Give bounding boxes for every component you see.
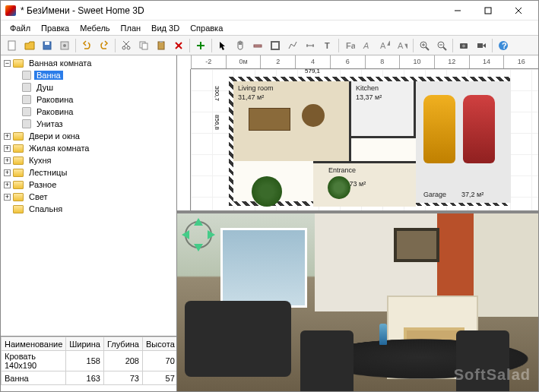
save-icon[interactable]	[39, 37, 55, 54]
tree-node: +Разное	[1, 179, 176, 191]
menu-view3d[interactable]: Вид 3D	[147, 22, 184, 34]
folder-icon	[13, 144, 24, 153]
bottle-3d[interactable]	[379, 324, 387, 345]
help-icon[interactable]: ?	[495, 37, 512, 54]
delete-icon[interactable]	[170, 37, 187, 54]
col-height[interactable]: Высота	[142, 337, 176, 351]
car-yellow-icon[interactable]	[423, 95, 455, 163]
tree-label[interactable]: Душ	[34, 83, 55, 92]
select-tool-icon[interactable]	[214, 37, 231, 54]
text-tool-icon[interactable]: T	[319, 37, 336, 54]
window-title: * БезИмени - Sweet Home 3D	[21, 5, 442, 16]
expand-icon[interactable]: +	[4, 194, 11, 201]
col-name[interactable]: Наименование	[2, 337, 66, 351]
tree-label[interactable]: Двери и окна	[27, 131, 82, 141]
plan-view[interactable]: -2 0м 2 4 6 8 10 12 14 16 579,1 Living r…	[177, 55, 538, 213]
plan-canvas[interactable]: 579,1 Living room 31,47 м² Kitchen 13,37…	[191, 69, 538, 210]
table-row: Ванна 163 73 57	[2, 371, 177, 385]
menu-plan[interactable]: План	[116, 22, 146, 34]
col-depth[interactable]: Глубина	[103, 337, 142, 351]
navigation-compass[interactable]	[182, 218, 215, 251]
room-name: Living room	[238, 84, 274, 92]
text-italic-icon[interactable]: A	[359, 37, 376, 54]
expand-icon[interactable]: +	[4, 182, 11, 188]
cut-icon[interactable]	[118, 37, 135, 54]
table-icon[interactable]	[302, 104, 325, 127]
tree-label[interactable]: Лестницы	[27, 168, 69, 177]
tree-node: Спальня	[1, 203, 176, 215]
collapse-icon[interactable]: −	[4, 60, 11, 67]
tree-label[interactable]: Свет	[27, 192, 49, 201]
cell-name[interactable]: Ванна	[2, 371, 66, 385]
tree-node: +Двери и окна	[1, 130, 176, 142]
wall-tool-icon[interactable]	[249, 37, 266, 54]
text-size-up-icon[interactable]: A▲	[376, 37, 393, 54]
tree-label[interactable]: Унитаз	[34, 119, 65, 128]
folder-icon	[13, 193, 24, 201]
zoom-in-icon[interactable]	[416, 37, 433, 54]
undo-icon[interactable]	[78, 37, 95, 54]
tree-label[interactable]: Кухня	[27, 156, 53, 165]
photo-icon[interactable]	[455, 37, 472, 54]
col-width[interactable]: Ширина	[66, 337, 104, 351]
room-living[interactable]: Living room 31,47 м²	[233, 81, 351, 161]
tree-label-selected[interactable]: Ванна	[34, 71, 63, 80]
room-garage[interactable]: Garage 37,2 м²	[416, 81, 511, 203]
armchair-3d[interactable]	[185, 301, 291, 377]
tree-plant-icon[interactable]	[252, 176, 282, 207]
cell-width[interactable]: 158	[66, 351, 104, 371]
tree-node: Раковина	[1, 106, 176, 118]
cell-depth[interactable]: 73	[103, 371, 142, 385]
polyline-tool-icon[interactable]	[284, 37, 301, 54]
minimize-button[interactable]	[442, 2, 473, 19]
close-button[interactable]	[503, 2, 534, 19]
chair-3d[interactable]	[300, 330, 354, 391]
preferences-icon[interactable]	[56, 37, 73, 54]
menu-file[interactable]: Файл	[5, 22, 35, 34]
cell-depth[interactable]: 208	[103, 351, 142, 371]
menu-furniture[interactable]: Мебель	[75, 22, 114, 34]
tree-label[interactable]: Раковина	[34, 95, 75, 104]
furniture-list[interactable]: Наименование Ширина Глубина Высота Видим…	[1, 337, 176, 391]
expand-icon[interactable]: +	[4, 157, 11, 164]
folder-icon	[13, 181, 24, 189]
tree-label[interactable]: Спальня	[27, 204, 65, 213]
expand-icon[interactable]: +	[4, 169, 11, 176]
menu-help[interactable]: Справка	[185, 22, 227, 34]
tree-label[interactable]: Разное	[27, 180, 59, 189]
tree-label[interactable]: Ванная комната	[27, 58, 94, 68]
tree-plant-icon[interactable]	[328, 176, 350, 199]
dimension-tool-icon[interactable]	[302, 37, 319, 54]
menu-edit[interactable]: Правка	[36, 22, 74, 34]
3d-view[interactable]: SoftSalad	[177, 213, 538, 391]
catalog-tree[interactable]: − Ванная комната Ванна Душ Раковина Рако…	[1, 55, 176, 337]
text-size-down-icon[interactable]: A▼	[394, 37, 411, 54]
tree-node: Унитаз	[1, 118, 176, 130]
video-icon[interactable]	[473, 37, 490, 54]
zoom-out-icon[interactable]	[433, 37, 450, 54]
paste-icon[interactable]	[153, 37, 170, 54]
svg-rect-4	[8, 41, 15, 50]
cell-height[interactable]: 57	[142, 371, 176, 385]
text-bold-icon[interactable]: Fa	[341, 37, 358, 54]
room-name: Garage	[423, 191, 446, 198]
open-icon[interactable]	[21, 37, 38, 54]
copy-icon[interactable]	[135, 37, 152, 54]
cell-name[interactable]: Кровать 140x190	[2, 351, 66, 371]
cell-height[interactable]: 70	[142, 351, 176, 371]
expand-icon[interactable]: +	[4, 133, 11, 140]
room-kitchen[interactable]: Kitchen 13,37 м²	[351, 81, 416, 138]
cell-width[interactable]: 163	[66, 371, 104, 385]
pan-tool-icon[interactable]	[232, 37, 249, 54]
maximize-button[interactable]	[473, 2, 503, 19]
new-icon[interactable]	[4, 37, 21, 54]
car-red-icon[interactable]	[463, 95, 495, 163]
room-tool-icon[interactable]	[267, 37, 284, 54]
redo-icon[interactable]	[96, 37, 113, 54]
add-furniture-icon[interactable]	[192, 37, 209, 54]
item-icon	[22, 119, 31, 128]
tree-label[interactable]: Раковина	[34, 107, 75, 116]
sofa-icon[interactable]	[249, 108, 290, 131]
tree-label[interactable]: Жилая комната	[27, 144, 91, 153]
expand-icon[interactable]: +	[4, 145, 11, 152]
